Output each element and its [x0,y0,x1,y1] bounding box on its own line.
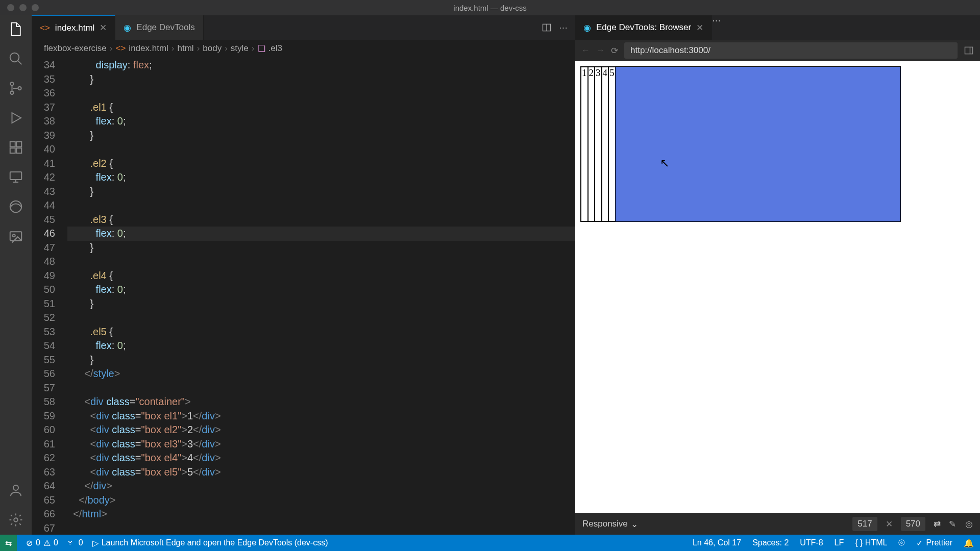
remote-indicator[interactable]: ⇆ [0,535,17,551]
reload-icon[interactable]: ⟳ [611,45,618,56]
close-window-icon[interactable] [7,4,14,11]
times-icon: ✕ [886,519,893,530]
breadcrumb-file[interactable]: index.html [129,43,168,54]
chevron-right-icon: › [197,43,200,54]
extensions-icon[interactable] [8,140,23,155]
breadcrumb-node[interactable]: html [178,43,194,54]
devtools-device-bar: Responsive ⌄ 517 ✕ 570 ⇄ ✎ ◎ [575,513,980,535]
language-mode[interactable]: { } HTML [855,538,887,547]
svg-rect-8 [10,172,22,180]
warning-icon: ⚠ [43,538,51,548]
viewport-width-input[interactable]: 517 [852,517,877,531]
viewport-height-input[interactable]: 570 [901,517,925,531]
svg-point-13 [14,518,18,522]
code-content[interactable]: display: flex; } .el1 { flex: 0; } .el2 … [67,57,575,535]
html-file-icon: <> [40,23,50,33]
tab-label: Edge DevTools: Browser [596,22,691,33]
rendered-box: 3 [595,67,602,221]
cursor-position[interactable]: Ln 46, Col 17 [693,538,741,547]
check-icon: ✓ [916,538,923,548]
notifications-icon[interactable]: 🔔 [964,538,974,548]
tab-label: Edge DevTools [136,22,194,33]
chevron-right-icon: › [110,43,113,54]
live-preview-icon[interactable]: ⦾ [898,538,905,547]
inspect-icon[interactable]: ◎ [965,519,973,530]
run-debug-icon[interactable] [8,110,23,126]
back-icon: ← [581,45,590,56]
edge-tools-icon[interactable] [8,199,23,214]
search-icon[interactable] [8,51,23,66]
chevron-right-icon: › [225,43,228,54]
remote-explorer-icon[interactable] [8,169,23,185]
traffic-lights[interactable] [7,4,39,11]
minimize-window-icon[interactable] [19,4,27,11]
tab-index-html[interactable]: <> index.html ✕ [32,15,115,40]
dock-icon[interactable] [964,45,974,56]
svg-rect-5 [16,142,21,147]
chevron-down-icon: ⌄ [631,519,638,530]
error-icon: ⊘ [26,538,33,548]
image-icon[interactable] [8,229,23,244]
browser-viewport[interactable]: 1 2 3 4 5 ↖ [575,61,980,513]
close-icon[interactable]: ✕ [696,22,703,33]
problems-status[interactable]: ⊘0 ⚠0 [26,538,58,548]
edge-icon: ◉ [583,22,591,33]
breadcrumb-node[interactable]: body [203,43,222,54]
chevron-right-icon: › [252,43,255,54]
browser-nav-bar: ← → ⟳ http://localhost:3000/ [575,40,980,61]
rendered-box: 4 [602,67,609,221]
svg-point-1 [10,82,13,85]
code-editor[interactable]: 3435363738394041424344454647484950515253… [32,57,575,535]
svg-rect-4 [10,142,15,147]
svg-point-11 [13,234,15,237]
rendered-box: 2 [588,67,595,221]
remote-icon: ⇆ [5,538,12,548]
antenna-icon: ᯤ [67,538,76,547]
ports-status[interactable]: ᯤ0 [67,538,83,547]
svg-point-2 [10,91,13,94]
responsive-mode-select[interactable]: Responsive ⌄ [582,519,638,530]
svg-rect-6 [10,148,15,153]
breadcrumb[interactable]: flexbox-exercise › <> index.html › html … [32,40,575,57]
eol-status[interactable]: LF [835,538,844,547]
editor-group-right: ◉ Edge DevTools: Browser ✕ ⋯ ← → ⟳ http:… [575,15,980,535]
breadcrumb-leaf[interactable]: .el3 [268,43,282,54]
ports-count: 0 [79,538,83,547]
tab-label: index.html [55,23,94,33]
tab-edge-devtools[interactable]: ◉ Edge DevTools [115,15,203,40]
html-file-icon: <> [116,43,126,54]
account-icon[interactable] [8,483,23,498]
url-input[interactable]: http://localhost:3000/ [624,42,958,59]
tab-bar-left: <> index.html ✕ ◉ Edge DevTools ⋯ [32,15,575,40]
breadcrumb-project[interactable]: flexbox-exercise [44,43,107,54]
title-bar: index.html — dev-css [0,0,980,15]
indentation-status[interactable]: Spaces: 2 [752,538,789,547]
more-actions-icon[interactable]: ⋯ [712,16,721,26]
warning-count: 0 [54,538,58,547]
line-number-gutter: 3435363738394041424344454647484950515253… [32,57,67,535]
prettier-label: Prettier [926,538,952,547]
responsive-label: Responsive [582,519,628,529]
explorer-icon[interactable] [8,21,23,37]
svg-point-0 [10,53,19,62]
svg-point-3 [18,87,21,90]
chevron-right-icon: › [172,43,175,54]
play-icon: ▷ [92,538,99,548]
settings-gear-icon[interactable] [8,512,23,528]
rendered-box: 5 [608,67,616,221]
edge-icon: ◉ [124,22,131,33]
encoding-status[interactable]: UTF-8 [800,538,823,547]
svg-rect-7 [16,148,21,153]
launch-edge-button[interactable]: ▷ Launch Microsoft Edge and open the Edg… [92,538,328,548]
source-control-icon[interactable] [8,81,23,96]
prettier-status[interactable]: ✓Prettier [916,538,952,548]
zoom-window-icon[interactable] [32,4,39,11]
breadcrumb-node[interactable]: style [231,43,249,54]
tab-edge-browser[interactable]: ◉ Edge DevTools: Browser ✕ [575,15,712,40]
rotate-icon[interactable]: ⇄ [934,519,941,530]
svg-point-9 [10,201,22,213]
more-actions-icon[interactable]: ⋯ [559,22,568,33]
eyedropper-icon[interactable]: ✎ [949,519,956,530]
split-editor-icon[interactable] [542,22,552,33]
close-icon[interactable]: ✕ [100,22,107,33]
